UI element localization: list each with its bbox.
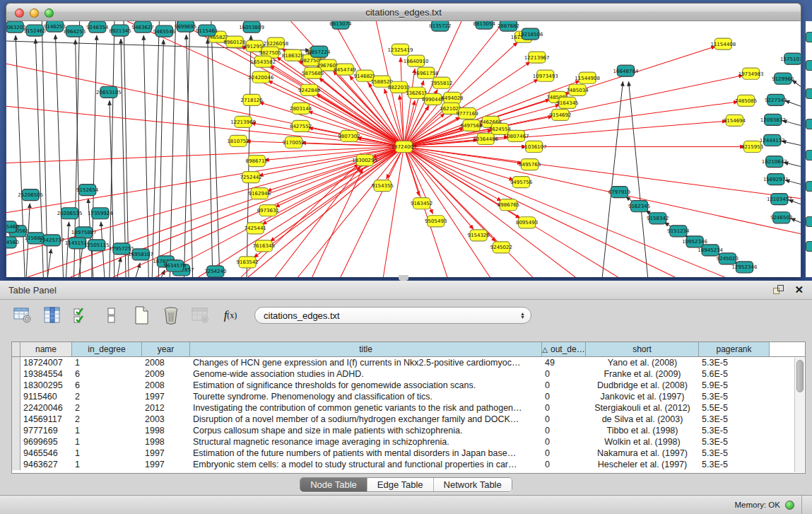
column-header-out_de[interactable]: △out_de… — [542, 342, 586, 356]
cell[interactable]: Corpus callosum shape and size in male p… — [190, 425, 542, 436]
cell[interactable]: Stergiakouli et al. (2012) — [586, 402, 699, 414]
cell[interactable]: 0 — [542, 380, 586, 391]
column-header-short[interactable]: short — [586, 342, 699, 356]
cell[interactable]: Tourette syndrome. Phenomenology and cla… — [190, 391, 542, 402]
column-header-year[interactable]: year — [142, 342, 190, 356]
cell[interactable]: 5.3E-5 — [699, 459, 770, 470]
cell[interactable]: Jankovic et al. (1997) — [586, 391, 699, 402]
table-row[interactable]: 1830029562008Estimation of significance … — [12, 380, 805, 391]
cell[interactable]: Franke et al. (2009) — [586, 368, 699, 380]
zoom-window-button[interactable] — [45, 8, 54, 18]
cell[interactable]: 1 — [72, 357, 142, 368]
cell[interactable]: Embryonic stem cells: a model to study s… — [190, 459, 542, 470]
cell[interactable]: 2012 — [142, 402, 190, 414]
select-all-icon[interactable] — [72, 305, 92, 325]
cell[interactable]: 2008 — [142, 357, 190, 368]
cell[interactable]: Changes of HCN gene expression and I(f) … — [190, 357, 542, 368]
table-row[interactable]: 1456911722003Disruption of a novel membe… — [12, 414, 805, 425]
cell[interactable]: 5.6E-5 — [699, 368, 770, 380]
cell[interactable]: 0 — [542, 459, 586, 470]
close-icon[interactable]: ✕ — [794, 285, 804, 295]
table-settings-icon[interactable] — [13, 305, 33, 325]
cell[interactable]: 1998 — [142, 436, 190, 448]
cell[interactable]: 9465546 — [20, 448, 72, 459]
cell[interactable]: 5.3E-5 — [699, 436, 770, 448]
table-row[interactable]: 946362711997Embryonic stem cells: a mode… — [12, 459, 805, 470]
cell[interactable]: 5.5E-5 — [699, 402, 770, 414]
cell[interactable]: 2003 — [142, 414, 190, 425]
cell[interactable]: 0 — [542, 402, 586, 414]
cell[interactable]: 9463627 — [20, 459, 72, 470]
cell[interactable]: Estimation of the future numbers of pati… — [190, 448, 542, 459]
cell[interactable]: 9115460 — [20, 391, 72, 402]
column-header-in_degree[interactable]: in_degree — [72, 342, 142, 356]
cell[interactable]: 1998 — [142, 425, 190, 436]
cell[interactable]: 1 — [72, 436, 142, 448]
cell[interactable]: 0 — [542, 414, 586, 425]
cell[interactable]: Yano et al. (2008) — [586, 357, 699, 368]
cell[interactable]: Genome-wide association studies in ADHD. — [190, 368, 542, 380]
cell[interactable]: Investigating the contribution of common… — [190, 402, 542, 414]
cell[interactable]: 0 — [542, 448, 586, 459]
column-header-name[interactable]: name — [20, 342, 72, 356]
cell[interactable]: 1997 — [142, 391, 190, 402]
cell[interactable]: 0 — [542, 425, 586, 436]
cell[interactable]: 0 — [542, 436, 586, 448]
column-header-pagerank[interactable]: pagerank — [699, 342, 770, 356]
table-row[interactable]: 2242004622012Investigating the contribut… — [12, 402, 805, 414]
panel-drag-handle[interactable] — [399, 275, 408, 281]
cell[interactable]: 1 — [72, 425, 142, 436]
cell[interactable]: 18300295 — [20, 380, 72, 391]
network-window-titlebar[interactable]: citations_edges.txt — [6, 3, 801, 21]
cell[interactable]: 1997 — [142, 459, 190, 470]
cell[interactable]: 5.3E-5 — [699, 391, 770, 402]
cell[interactable]: 2 — [72, 414, 142, 425]
cell[interactable]: 0 — [542, 368, 586, 380]
table-vertical-scrollbar[interactable] — [794, 358, 804, 472]
cell[interactable]: 22420046 — [20, 402, 72, 414]
minimize-window-button[interactable] — [30, 8, 39, 18]
cell[interactable]: 9777169 — [20, 425, 72, 436]
cell[interactable]: 5.3E-5 — [699, 414, 770, 425]
delete-rows-icon[interactable] — [161, 305, 181, 325]
network-canvas[interactable]: 1872400774658228960128891295423226058982… — [6, 21, 801, 277]
cell[interactable]: 14569117 — [20, 414, 72, 425]
memory-ok-indicator-icon[interactable] — [785, 501, 794, 510]
cell[interactable]: 9699695 — [20, 436, 72, 448]
cell[interactable]: Disruption of a novel member of a sodium… — [190, 414, 542, 425]
function-builder-icon[interactable]: f(x) — [220, 305, 240, 325]
cell[interactable]: 0 — [542, 391, 586, 402]
scrollbar-thumb[interactable] — [796, 360, 804, 392]
close-window-button[interactable] — [15, 8, 24, 18]
cell[interactable]: Dudbridge et al. (2008) — [586, 380, 699, 391]
cell[interactable]: 6 — [72, 380, 142, 391]
cell[interactable]: 2008 — [142, 380, 190, 391]
table-row[interactable]: 969969511998Structural magnetic resonanc… — [12, 436, 805, 448]
cell[interactable]: 49 — [542, 357, 586, 368]
cell[interactable]: Hescheler et al. (1997) — [586, 459, 699, 470]
cell[interactable]: 2 — [72, 402, 142, 414]
cell[interactable]: Tibbo et al. (1998) — [586, 425, 699, 436]
table-row[interactable]: 977716911998Corpus callosum shape and si… — [12, 425, 805, 436]
cell[interactable]: Structural magnetic resonance image aver… — [190, 436, 542, 448]
citation-network-graph[interactable]: 1872400774658228960128891295423226058982… — [6, 21, 801, 277]
float-window-icon[interactable] — [773, 285, 784, 295]
cell[interactable]: Estimation of significance thresholds fo… — [190, 380, 542, 391]
tab-edge-table[interactable]: Edge Table — [367, 478, 434, 491]
table-row[interactable]: 946554611997Estimation of the future num… — [12, 448, 805, 459]
cell[interactable]: 18724007 — [20, 357, 72, 368]
unselect-all-icon[interactable] — [102, 305, 122, 325]
tab-network-table[interactable]: Network Table — [434, 478, 512, 491]
cell[interactable]: 19384554 — [20, 368, 72, 380]
cell[interactable]: 5.3E-5 — [699, 357, 770, 368]
cell[interactable]: Wolkin et al. (1998) — [586, 436, 699, 448]
cell[interactable]: 5.9E-5 — [699, 380, 770, 391]
cell[interactable]: 2009 — [142, 368, 190, 380]
column-header-title[interactable]: title — [190, 342, 542, 356]
cell[interactable]: 1 — [72, 459, 142, 470]
cell[interactable]: 2 — [72, 391, 142, 402]
cell[interactable]: 1 — [72, 448, 142, 459]
cell[interactable]: 5.3E-5 — [699, 448, 770, 459]
tab-node-table[interactable]: Node Table — [300, 478, 367, 491]
table-row[interactable]: 911546021997Tourette syndrome. Phenomeno… — [12, 391, 805, 402]
